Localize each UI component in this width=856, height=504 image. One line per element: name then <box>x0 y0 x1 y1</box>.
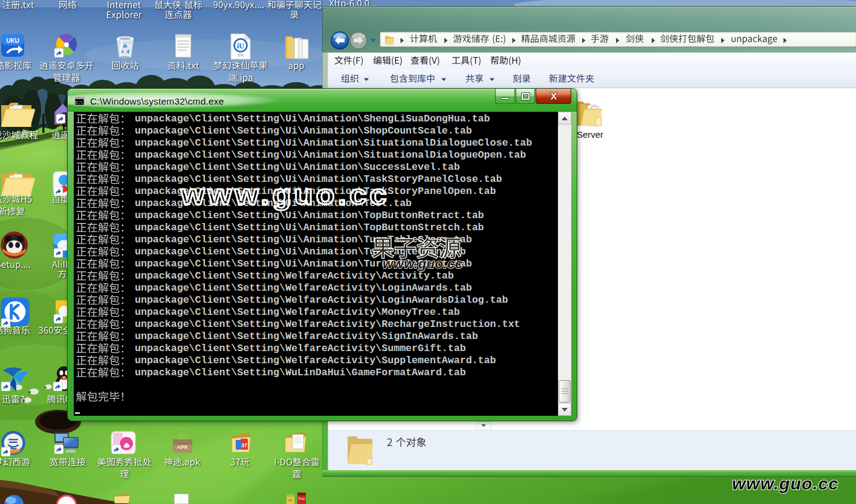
svg-text:C:\: C:\ <box>76 101 83 105</box>
